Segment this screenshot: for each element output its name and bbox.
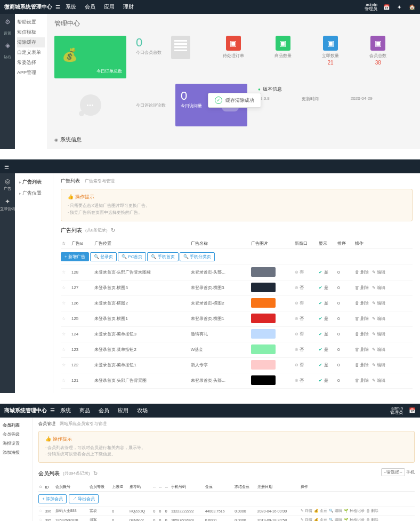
table-row: ☆ 125 未登录首页-横图1 未登录首页-横图1 ⊘ 否 ✔ 是 0 🗑 删除… (61, 311, 413, 326)
op-link[interactable]: 🗑 删除 (366, 518, 378, 521)
filter-button[interactable]: 🔍 手机首页 (147, 252, 178, 261)
nav-item[interactable]: 农场 (137, 407, 148, 414)
delete-link[interactable]: 🗑 删除 (355, 363, 369, 367)
stat-item: ▣商品数量 (274, 36, 292, 66)
edit-link[interactable]: ✎ 编辑 (372, 301, 385, 306)
filter-button[interactable]: 🔍 手机分类页 (180, 252, 215, 261)
calendar-icon[interactable]: 📅 (383, 3, 390, 11)
nav-app[interactable]: 应用 (104, 3, 115, 11)
op-link[interactable]: 🌱 种植记录 (344, 518, 365, 521)
hamburger-icon[interactable]: ☰ (55, 4, 60, 10)
edit-link[interactable]: ✎ 编辑 (372, 270, 385, 275)
cell-pos: 未登录首页-头部广告背景图 (93, 373, 190, 388)
menu-member-level[interactable]: 会员等级 (2, 430, 30, 439)
delete-link[interactable]: 🗑 删除 (355, 285, 369, 290)
admin-badge[interactable]: admin 管理员 (365, 3, 377, 11)
delete-link[interactable]: 🗑 删除 (355, 332, 369, 336)
page-title: 管理中心 (54, 19, 413, 28)
ad-thumbnail[interactable] (251, 267, 276, 277)
star-icon[interactable]: ☆ (39, 509, 42, 512)
nav-item[interactable]: 会员 (99, 407, 109, 414)
menu-member-list[interactable]: 会员列表 (2, 421, 30, 430)
filter-button[interactable]: 🔍 登录页 (90, 252, 117, 261)
nav-item[interactable]: 系统 (60, 407, 71, 414)
sidemenu-item[interactable]: APP管理 (17, 68, 45, 78)
ad-thumbnail[interactable] (251, 375, 276, 385)
nav-system[interactable]: 系统 (66, 3, 76, 11)
edit-link[interactable]: ✎ 编辑 (372, 332, 385, 336)
op-link[interactable]: 🔍 编辑 (329, 518, 342, 521)
hamburger-icon[interactable]: ☰ (50, 407, 55, 413)
gear-icon[interactable]: ⚙ (3, 17, 12, 27)
sparkle-icon[interactable]: ✦ (395, 3, 403, 11)
col-header: 排序 (336, 238, 354, 249)
side-ads[interactable]: ◎广告 (0, 178, 15, 191)
filter-button[interactable]: + 新增广告 (61, 252, 89, 261)
tip-box: 操作提示 只需要点击X通知广告图片即可更换广告。预览广告所在页面中选择更换的广告… (61, 189, 413, 221)
op-link[interactable]: 💰 金豆 (314, 509, 327, 512)
ad-thumbnail[interactable] (251, 314, 276, 323)
diamond-icon[interactable]: ◈ (3, 41, 12, 50)
list-count: (共8条记录) (85, 227, 108, 233)
delete-link[interactable]: 🗑 删除 (355, 378, 369, 383)
ad-thumbnail[interactable] (251, 283, 276, 292)
menu-add-poster[interactable]: 添加海报 (2, 448, 30, 457)
delete-link[interactable]: 🗑 删除 (355, 347, 369, 352)
star-icon[interactable]: ☆ (62, 378, 66, 383)
sidemenu-item[interactable]: 帮助设置 (17, 17, 45, 27)
admin-badge[interactable]: admin 管理员 (390, 406, 403, 415)
star-icon[interactable]: ☆ (62, 316, 66, 321)
menu-poster-settings[interactable]: 海报设置 (2, 439, 30, 448)
menu-ad-position[interactable]: 广告位置 (18, 188, 50, 199)
nav-member[interactable]: 会员 (85, 3, 95, 11)
menu-ad-list[interactable]: 广告列表 (18, 177, 50, 188)
nav-item[interactable]: 应用 (118, 407, 128, 414)
op-link[interactable]: 💰 金豆 (314, 518, 327, 521)
ad-thumbnail[interactable] (251, 344, 276, 354)
cell-name: 新人专享 (190, 357, 250, 373)
op-link[interactable]: ✎ 详情 (301, 518, 312, 521)
refresh-icon[interactable]: ↻ (111, 227, 115, 233)
ad-thumbnail[interactable] (251, 360, 276, 370)
filter-button[interactable]: 🔍 PC首页 (118, 252, 146, 261)
export-member-button[interactable]: ↗ 导出会员 (69, 494, 99, 503)
edit-link[interactable]: ✎ 编辑 (372, 378, 385, 383)
star-icon[interactable]: ☆ (62, 363, 66, 367)
filter-select[interactable]: --请选择-- (381, 468, 405, 476)
op-link[interactable]: 🌱 种植记录 (344, 509, 365, 512)
delete-link[interactable]: 🗑 删除 (355, 316, 369, 321)
sidemenu-item[interactable]: 短信模板 (17, 27, 45, 37)
op-link[interactable]: 🗑 删除 (366, 509, 378, 512)
star-icon[interactable]: ☆ (62, 301, 66, 306)
home-icon[interactable]: 🏠 (408, 3, 416, 11)
star-icon[interactable]: ☆ (39, 518, 42, 521)
sidemenu-item[interactable]: 常委选择 (17, 58, 45, 68)
star-icon[interactable]: ☆ (62, 347, 66, 352)
ad-thumbnail[interactable] (251, 329, 276, 339)
add-member-button[interactable]: + 添加会员 (38, 494, 67, 503)
cell-name: W基金 (190, 342, 250, 357)
delete-link[interactable]: 🗑 删除 (355, 270, 369, 275)
refresh-icon[interactable]: ↻ (93, 470, 98, 476)
op-link[interactable]: 🔍 编辑 (329, 509, 342, 512)
edit-link[interactable]: ✎ 编辑 (372, 363, 385, 367)
cell-sort: 0 (336, 295, 354, 311)
ad-thumbnail[interactable] (251, 298, 276, 308)
edit-link[interactable]: ✎ 编辑 (372, 347, 385, 352)
nav-finance[interactable]: 理财 (123, 3, 134, 11)
star-icon[interactable]: ☆ (62, 285, 66, 290)
star-icon[interactable]: ☆ (62, 270, 66, 275)
check-icon: ✔ (319, 301, 322, 306)
sidemenu-item[interactable]: 自定义表单 (17, 47, 45, 58)
sidemenu-item-clear-cache[interactable]: 清除缓存 (17, 37, 45, 47)
nav-item[interactable]: 商品 (79, 407, 90, 414)
calendar-icon[interactable]: 📅 (408, 407, 416, 414)
edit-link[interactable]: ✎ 编辑 (372, 316, 385, 321)
star-icon[interactable]: ☆ (62, 332, 66, 336)
cell-id: 122 (70, 357, 93, 373)
edit-link[interactable]: ✎ 编辑 (372, 285, 385, 290)
op-link[interactable]: ✎ 详情 (301, 509, 312, 512)
delete-link[interactable]: 🗑 删除 (355, 301, 369, 306)
hamburger-icon[interactable]: ☰ (4, 164, 9, 170)
side-marketing[interactable]: ✦立即营销 (0, 198, 15, 212)
